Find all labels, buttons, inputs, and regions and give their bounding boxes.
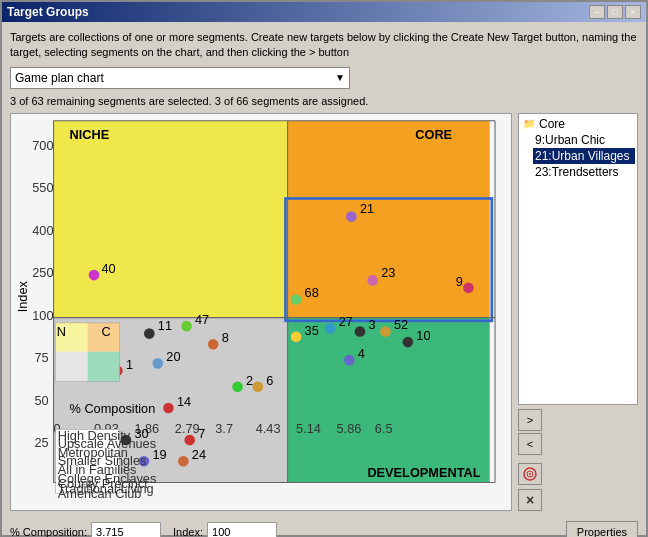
svg-text:1: 1 [126,356,133,371]
svg-text:2.79: 2.79 [175,420,200,435]
nav-forward-button[interactable]: > [518,409,542,431]
developmental-label: DEVELOPMENTAL [367,465,480,480]
svg-rect-61 [56,351,88,381]
dot-10 [402,337,413,348]
y-axis-label: Index [15,280,30,312]
tree-item-trendsetters[interactable]: 23:Trendsetters [533,164,635,180]
tree-item-urban-chic-label: 9:Urban Chic [535,133,605,147]
target-icon-button[interactable] [518,463,542,485]
dot-24 [178,456,189,467]
dot-3 [355,326,366,337]
svg-text:6: 6 [266,372,273,387]
svg-text:3: 3 [368,317,375,332]
nav-buttons: > < [518,409,638,455]
folder-icon: 📁 [523,118,535,129]
dot-9 [463,282,474,293]
svg-text:5.86: 5.86 [337,420,362,435]
dot-47 [181,321,192,332]
dot-14 [163,403,174,414]
index-input[interactable] [207,522,277,537]
svg-point-67 [529,473,531,475]
right-panel: 📁 Core 9:Urban Chic 21:Urban Villages 23… [518,113,638,512]
svg-text:75: 75 [34,350,48,365]
tree-item-core[interactable]: 📁 Core [521,116,635,132]
minimize-button[interactable]: − [589,5,605,19]
chart-container[interactable]: NICHE CORE DEVELOPMENTAL Index % Composi… [10,113,512,512]
tree-panel: 📁 Core 9:Urban Chic 21:Urban Villages 23… [518,113,638,406]
index-group: Index: [173,522,277,537]
svg-text:8: 8 [222,330,229,345]
svg-text:9: 9 [456,273,463,288]
dot-23 [367,275,378,286]
svg-rect-62 [88,351,120,381]
composition-label: % Composition: [10,526,87,537]
dot-21 [346,211,357,222]
properties-button[interactable]: Properties [566,521,638,537]
dot-2 [232,381,243,392]
index-label: Index: [173,526,203,537]
svg-text:11: 11 [158,318,172,333]
window-title: Target Groups [7,5,89,19]
svg-text:550: 550 [32,180,53,195]
svg-text:27: 27 [339,314,353,329]
svg-text:23: 23 [381,265,395,280]
svg-text:4: 4 [358,346,365,361]
main-area: NICHE CORE DEVELOPMENTAL Index % Composi… [10,113,638,512]
composition-input[interactable] [91,522,161,537]
svg-text:20: 20 [166,349,180,364]
dot-40 [89,270,100,281]
svg-text:N: N [57,323,66,338]
title-bar: Target Groups − □ × [2,2,646,22]
bottom-inputs: % Composition: Index: Properties [10,517,638,537]
dot-7 [184,434,195,445]
svg-text:7: 7 [198,426,205,441]
svg-text:14: 14 [177,394,191,409]
dot-52 [380,326,391,337]
svg-text:2: 2 [246,372,253,387]
svg-text:C: C [101,323,110,338]
svg-text:American Club: American Club [58,486,142,501]
nav-back-button[interactable]: < [518,433,542,455]
dot-8 [208,339,219,350]
core-label: CORE [415,127,452,142]
dropdown-value: Game plan chart [15,71,104,85]
dot-35 [291,331,302,342]
tree-item-urban-chic[interactable]: 9:Urban Chic [533,132,635,148]
svg-text:3.7: 3.7 [215,420,233,435]
niche-quadrant [54,121,288,318]
dot-68 [291,294,302,305]
svg-text:25: 25 [34,435,48,450]
dot-6 [252,381,263,392]
svg-text:52: 52 [394,317,408,332]
svg-text:700: 700 [32,137,53,152]
svg-text:47: 47 [195,312,209,327]
niche-label: NICHE [70,127,110,142]
dot-4 [344,355,355,366]
close-button[interactable]: × [625,5,641,19]
composition-group: % Composition: [10,522,161,537]
svg-text:400: 400 [32,222,53,237]
maximize-button[interactable]: □ [607,5,623,19]
svg-text:24: 24 [192,447,206,462]
main-window: Target Groups − □ × Targets are collecti… [0,0,648,537]
developmental-quadrant [288,317,490,482]
svg-text:250: 250 [32,265,53,280]
svg-text:40: 40 [101,261,115,276]
svg-text:21: 21 [360,201,374,216]
x-axis-label: % Composition [70,401,156,416]
tree-item-core-label: Core [539,117,565,131]
description-text: Targets are collections of one or more s… [10,30,638,61]
tree-item-urban-villages-label: 21:Urban Villages [535,149,630,163]
svg-text:50: 50 [34,393,48,408]
delete-button[interactable]: × [518,489,542,511]
dot-27 [325,323,336,334]
chart-svg: NICHE CORE DEVELOPMENTAL Index % Composi… [11,114,511,511]
svg-text:68: 68 [305,285,319,300]
tree-item-urban-villages[interactable]: 21:Urban Villages [533,148,635,164]
title-bar-controls: − □ × [589,5,641,19]
content-area: Targets are collections of one or more s… [2,22,646,537]
svg-text:6.5: 6.5 [375,420,393,435]
chart-dropdown[interactable]: Game plan chart ▼ [10,67,350,89]
dot-20 [152,358,163,369]
action-icons: × [518,463,638,511]
